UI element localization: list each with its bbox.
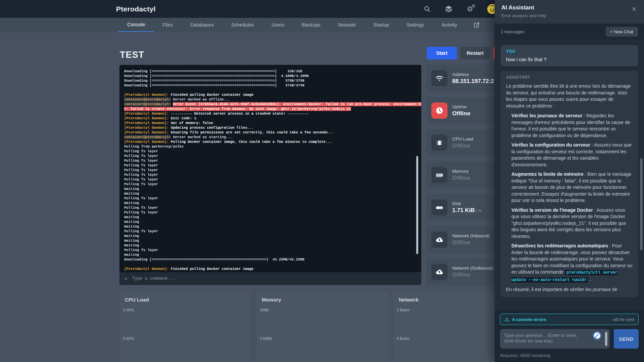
chart-gridline <box>271 310 384 310</box>
chart-tick-label: 0.50% <box>123 336 134 340</box>
chart-tick-label: 1.00% <box>123 308 134 312</box>
console-line: Pulling fs layer <box>124 205 421 210</box>
layers-icon[interactable] <box>445 5 453 13</box>
tab-files[interactable]: Files <box>154 18 182 32</box>
app-logo: Pterodactyl <box>116 5 156 13</box>
assistant-step: Vérifiez les journaux de serveur : Regar… <box>511 113 633 139</box>
input-scrollbar[interactable] <box>605 332 607 346</box>
inline-code: pterodactylctl server update --no-auto-r… <box>511 270 617 283</box>
stat-label: CPU Load <box>452 136 473 142</box>
console-line: Downloading [===========================… <box>124 74 421 78</box>
command-input[interactable] <box>132 276 417 281</box>
assistant-steps: Vérifiez les journaux de serveur : Regar… <box>506 113 633 283</box>
console-output: Downloading [===========================… <box>119 65 421 272</box>
stat-value: Offline <box>452 175 470 182</box>
console-line <box>124 262 421 267</box>
console-line: Pulling fs layer <box>124 163 421 168</box>
console-line: Pulling fs layer <box>124 210 421 215</box>
tab-activity[interactable]: Activity <box>433 18 466 32</box>
ai-panel-header: AI Assistant Error analysis and help ✕ <box>495 0 644 24</box>
tab-startup[interactable]: Startup <box>365 18 398 32</box>
tab-users[interactable]: Users <box>263 18 293 32</box>
console-line: Waiting <box>124 243 421 248</box>
tab-settings[interactable]: Settings <box>398 18 433 32</box>
chart-tick-label: 1 Bytes <box>397 308 409 312</box>
tab-console[interactable]: Console <box>118 18 154 32</box>
assistant-message-text: Le problème semble être lié à une erreur… <box>506 83 633 293</box>
console-line: Pulling fs layer <box>124 248 421 252</box>
console-line: [Pterodactyl Daemon]: Finished pulling D… <box>124 92 421 97</box>
command-bar: » <box>119 272 421 285</box>
chart-memory: Memory1MiB0.5MiB <box>256 291 388 362</box>
cpu-icon <box>431 135 448 151</box>
tab-backups[interactable]: Backups <box>293 18 329 32</box>
warning-icon <box>504 317 509 322</box>
stat-label: Network (Outbound) <box>452 266 493 271</box>
assistant-step: Désactivez les redémarrages automatiques… <box>511 243 633 283</box>
search-icon[interactable] <box>424 5 431 12</box>
app-screen: Pterodactyl ⚙⚙ ConsoleFilesDatabasesSche… <box>0 0 644 362</box>
requests-remaining: Requests: 48/50 remaining <box>500 353 639 358</box>
console-line: [Pterodactyl Daemon]: Updating process c… <box>124 125 421 130</box>
new-chat-button[interactable]: + New Chat <box>606 27 638 37</box>
tab-databases[interactable]: Databases <box>182 18 222 32</box>
restart-button[interactable]: Restart <box>460 47 490 59</box>
gears-icon[interactable]: ⚙⚙ <box>467 5 473 12</box>
console-line: Waiting <box>124 219 421 224</box>
console-line: Pulling fs layer <box>124 158 421 163</box>
console-line: Waiting <box>124 234 421 238</box>
user-message: YOU how i can fix that ? <box>501 45 638 66</box>
stat-label: Disk <box>452 201 481 206</box>
clock-icon <box>431 103 448 119</box>
tab-schedules[interactable]: Schedules <box>222 18 263 32</box>
assistant-truncated-line: En résumé, il est important de vérifier … <box>506 286 633 293</box>
chart-gridline-row: 0.5MiB <box>260 336 384 340</box>
ai-panel-subtitle: Error analysis and help <box>501 13 637 18</box>
start-button[interactable]: Start <box>427 47 457 59</box>
stat-value: 88.151.197.72:2 <box>452 78 494 85</box>
stat-label: Uptime <box>452 104 470 109</box>
send-button[interactable]: SEND <box>614 329 639 349</box>
stat-value: 1.71 KiB / ∞ <box>452 207 481 214</box>
chart-title: Memory <box>256 291 388 303</box>
ai-panel-footer: 4 console errors will be sent SEND Reque… <box>495 310 644 362</box>
console-errors-label: 4 console errors <box>512 317 546 322</box>
memory-icon <box>431 167 448 183</box>
cloud-download-icon <box>431 232 448 248</box>
tab-bar: ConsoleFilesDatabasesSchedulesUsersBacku… <box>118 18 466 32</box>
chart-title: CPU Load <box>119 291 251 303</box>
chart-cpu-load: CPU Load1.00%0.50% <box>119 291 251 362</box>
close-icon[interactable]: ✕ <box>632 5 637 13</box>
console-line: Pulling fs layer <box>124 196 421 201</box>
chart-gridline <box>274 338 384 339</box>
assistant-step: Vérifiez la configuration du serveur : A… <box>511 142 633 168</box>
prompt-icon: » <box>124 276 128 282</box>
ai-panel-title: AI Assistant <box>501 4 637 11</box>
user-label: YOU <box>506 49 633 54</box>
charts-row: CPU Load1.00%0.50%Memory1MiB0.5MiBNetwor… <box>119 291 525 362</box>
console-line <box>124 88 421 92</box>
chat-input-wrap <box>500 329 610 350</box>
stat-label: Memory <box>452 169 470 174</box>
assistant-intro: Le problème semble être lié à une erreur… <box>506 83 633 109</box>
extension-badge-icon[interactable] <box>593 331 602 341</box>
console-panel: Downloading [===========================… <box>119 65 421 285</box>
disk-icon <box>431 199 448 215</box>
chart-gridline <box>136 338 247 339</box>
console-line: Downloading [===========================… <box>124 78 421 83</box>
console-errors-notice[interactable]: 4 console errors will be sent <box>500 314 639 325</box>
assistant-step: Vérifiez la version de l'image Docker : … <box>511 207 633 240</box>
tab-network[interactable]: Network <box>329 18 364 32</box>
console-line: [Pterodactyl Daemon]: Ensuring file perm… <box>124 130 421 135</box>
console-scrollbar[interactable] <box>416 156 418 254</box>
external-link-icon[interactable] <box>466 18 487 32</box>
console-line: Pulling fs layer <box>124 154 421 158</box>
console-line: [Pterodactyl Daemon]: Finished pulling D… <box>124 267 421 271</box>
messages-count: 2 messages <box>501 29 524 34</box>
console-line: [Pterodactyl Daemon]: Out of memory: fal… <box>124 121 421 125</box>
chart-tick-label: 1MiB <box>260 308 269 312</box>
assistant-step: Augmentez la limite de mémoire : Bien qu… <box>511 171 633 204</box>
stat-value: Offline <box>452 272 493 278</box>
console-line: [Pterodactyl Daemon]: Pulling Docker con… <box>124 139 421 144</box>
chat-scrollbar[interactable] <box>640 158 643 250</box>
